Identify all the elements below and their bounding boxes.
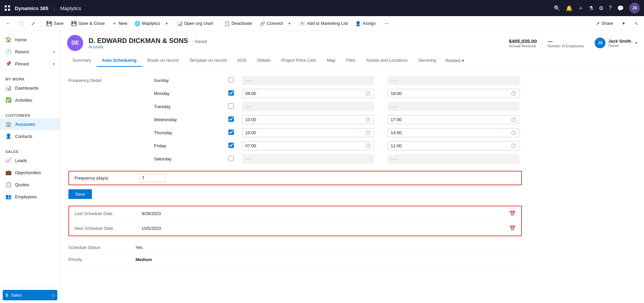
sidebar-item-accounts[interactable]: 🏢 Accounts (0, 118, 60, 130)
form-save-button[interactable]: Save (68, 189, 92, 199)
connect-button[interactable]: 🔗 Connect (256, 19, 286, 28)
tab-template-on-record[interactable]: Template on record (184, 54, 232, 67)
thursday-freq-spacer (68, 126, 154, 139)
wednesday-checkbox[interactable] (228, 116, 234, 122)
sidebar-item-activities[interactable]: ✅ Activities (0, 94, 60, 106)
notification-icon[interactable]: 🔔 (566, 5, 573, 11)
tab-map[interactable]: Map (322, 54, 341, 67)
assign-icon: 👤 (355, 21, 361, 26)
new-button[interactable]: ＋ New (109, 19, 130, 28)
tab-details[interactable]: Details (252, 54, 276, 67)
tuesday-checkbox[interactable] (228, 103, 234, 109)
sidebar-item-dashboards[interactable]: 📊 Dashboards (0, 82, 60, 94)
wednesday-start-cell: 10:00 🕐 (239, 113, 376, 126)
tab-related[interactable]: Related ▾ (441, 54, 468, 67)
org-chart-button[interactable]: 📊 Open org chart (173, 19, 217, 28)
filter-icon[interactable]: ⚗ (589, 5, 593, 11)
friday-checkbox[interactable] (228, 143, 234, 148)
thursday-label: Thursday (154, 126, 222, 139)
help-icon[interactable]: ? (609, 5, 612, 11)
friday-end-input[interactable]: 11:00 🕐 (388, 141, 519, 150)
quotes-icon: 📋 (5, 182, 12, 188)
maplytics-dropdown[interactable]: ▾ (164, 20, 169, 27)
connect-dropdown[interactable]: ▾ (287, 20, 292, 27)
thursday-start-input[interactable]: 10:00 🕐 (242, 128, 374, 137)
monday-freq-spacer (68, 87, 154, 100)
user-avatar[interactable]: JS (629, 3, 640, 13)
next-schedule-calendar-icon[interactable]: 📅 (509, 225, 516, 232)
customers-title: Customers (0, 111, 60, 118)
sidebar-item-leads[interactable]: 📈 Leads (0, 154, 60, 166)
save-button[interactable]: 💾 Save (43, 19, 67, 28)
share-icon: ↗ (596, 21, 600, 26)
owner-expand-icon[interactable]: ▾ (635, 41, 637, 45)
schedule-dates-section: Last Schedule Date 9/28/2023 📅 Next Sche… (68, 206, 522, 236)
marketing-list-button[interactable]: 📧 Add to Marketing List (296, 19, 351, 28)
cmd-separator-3 (218, 19, 219, 28)
priority-value: Medium (136, 257, 152, 262)
last-schedule-row: Last Schedule Date 9/28/2023 📅 (69, 206, 521, 221)
app-grid-button[interactable] (4, 5, 11, 11)
annual-revenue-label: Annual Revenue (509, 44, 537, 48)
share-button[interactable]: ↗ Share (592, 19, 616, 28)
saturday-checkbox[interactable] (228, 156, 234, 161)
monday-checkbox[interactable] (228, 90, 234, 96)
wednesday-label: Wednesday (154, 113, 222, 126)
owner-avatar: JS (595, 38, 605, 48)
save-close-button[interactable]: 💾 Save & Close (68, 19, 108, 28)
monday-start-cell: 08:00 🕐 (239, 87, 376, 100)
tab-project-price-lists[interactable]: Project Price Lists (276, 54, 322, 67)
monday-start-input[interactable]: 08:00 🕐 (242, 89, 374, 98)
tab-files[interactable]: Files (341, 54, 361, 67)
my-work-title: My Work (0, 75, 60, 82)
friday-start-clock-icon: 🕐 (365, 143, 371, 148)
assign-button[interactable]: 👤 Assign (352, 19, 379, 28)
thursday-checkbox[interactable] (228, 130, 234, 135)
friday-start-input[interactable]: 07:00 🕐 (242, 141, 374, 150)
add-icon[interactable]: ＋ (578, 5, 583, 12)
tab-aos[interactable]: AOS (232, 54, 252, 67)
wednesday-end-input[interactable]: 17:00 🕐 (388, 115, 519, 124)
tab-auto-scheduling[interactable]: Auto Scheduling (97, 54, 142, 67)
wednesday-start-input[interactable]: 10:00 🕐 (242, 115, 374, 124)
thursday-end-cell: 14:00 🕐 (385, 126, 522, 139)
sidebar-item-home[interactable]: 🏠 Home (0, 34, 60, 46)
tab-assets-locations[interactable]: Assets and Locations (361, 54, 413, 67)
fullscreen-button[interactable]: ⤡ (631, 19, 641, 27)
expand-button[interactable]: ⤢ (28, 19, 39, 28)
tab-route-on-record[interactable]: Route on record (142, 54, 184, 67)
deactivate-button[interactable]: 📋 Deactivate (221, 19, 255, 28)
settings-icon[interactable]: ⚙ (599, 5, 603, 11)
sunday-checkbox[interactable] (228, 77, 234, 83)
sidebar-item-quotes[interactable]: 📋 Quotes (0, 179, 60, 191)
new-icon: ＋ (112, 20, 117, 27)
search-icon[interactable]: 🔍 (554, 5, 560, 11)
more-button[interactable]: ⋯ (381, 19, 392, 27)
sidebar: 🏠 Home 🕐 Recent ▾ 📌 Pinned ▾ My Work 📊 D… (0, 31, 60, 303)
back-button[interactable]: ← (3, 19, 14, 28)
thursday-end-input[interactable]: 14:00 🕐 (388, 128, 519, 137)
employees-meta: --- Number of Employees (548, 38, 584, 48)
last-schedule-value: 9/28/2023 (142, 211, 509, 216)
activities-icon: ✅ (5, 97, 12, 103)
annual-revenue-value: $405,035.00 (509, 38, 537, 44)
monday-end-input[interactable]: 18:00 🕐 (388, 89, 519, 98)
sidebar-bottom-sales[interactable]: S Sales ◇ (3, 290, 57, 300)
tab-summary[interactable]: Summary (67, 54, 97, 67)
page-icon: 📄 (18, 21, 24, 26)
sidebar-item-opportunities[interactable]: 💼 Opportunities (0, 166, 60, 179)
frequency-input[interactable] (139, 174, 166, 182)
sidebar-item-employees[interactable]: 👥 Employees (0, 191, 60, 203)
sidebar-item-recent[interactable]: 🕐 Recent ▾ (0, 46, 60, 58)
tab-servicing[interactable]: Servicing (413, 54, 441, 67)
maplytics-button[interactable]: 🌐 Maplytics (131, 19, 163, 28)
priority-label: Priority (68, 257, 136, 262)
sidebar-item-contacts[interactable]: 👤 Contacts (0, 130, 60, 142)
last-schedule-calendar-icon[interactable]: 📅 (509, 210, 516, 217)
chat-icon[interactable]: 💬 (617, 5, 624, 11)
page-view-button[interactable]: 📄 (15, 19, 27, 28)
sidebar-item-pinned[interactable]: 📌 Pinned ▾ (0, 58, 60, 70)
brand-separator: | (54, 6, 55, 11)
share-dropdown[interactable]: ▾ (619, 19, 628, 27)
frequency-row: Frequency (days) (68, 171, 522, 185)
